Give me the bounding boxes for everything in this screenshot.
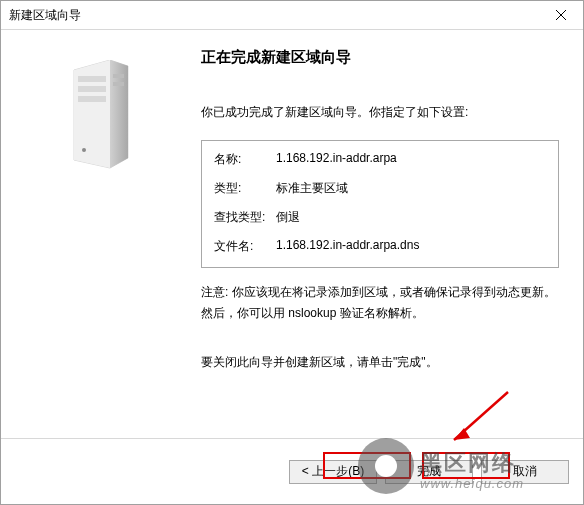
- right-pane: 正在完成新建区域向导 你已成功完成了新建区域向导。你指定了如下设置: 名称: 1…: [201, 30, 583, 438]
- note-text: 注意: 你应该现在将记录添加到区域，或者确保记录得到动态更新。然后，你可以用 n…: [201, 282, 559, 323]
- setting-row: 名称: 1.168.192.in-addr.arpa: [214, 151, 546, 168]
- svg-rect-9: [113, 82, 124, 86]
- wizard-window: 新建区域向导: [0, 0, 584, 505]
- svg-rect-5: [78, 76, 106, 82]
- setting-label: 查找类型:: [214, 209, 276, 226]
- setting-value: 1.168.192.in-addr.arpa: [276, 151, 397, 168]
- svg-rect-8: [113, 74, 124, 78]
- server-tower-icon: [66, 60, 136, 170]
- setting-label: 名称:: [214, 151, 276, 168]
- intro-text: 你已成功完成了新建区域向导。你指定了如下设置:: [201, 103, 559, 122]
- close-button[interactable]: [539, 1, 583, 29]
- left-pane: [1, 30, 201, 438]
- setting-row: 文件名: 1.168.192.in-addr.arpa.dns: [214, 238, 546, 255]
- setting-value: 倒退: [276, 209, 300, 226]
- setting-label: 类型:: [214, 180, 276, 197]
- settings-summary-box: 名称: 1.168.192.in-addr.arpa 类型: 标准主要区域 查找…: [201, 140, 559, 268]
- setting-value: 标准主要区域: [276, 180, 348, 197]
- setting-row: 类型: 标准主要区域: [214, 180, 546, 197]
- setting-row: 查找类型: 倒退: [214, 209, 546, 226]
- close-icon: [556, 10, 566, 20]
- content-area: 正在完成新建区域向导 你已成功完成了新建区域向导。你指定了如下设置: 名称: 1…: [1, 30, 583, 438]
- closing-text: 要关闭此向导并创建新区域，请单击"完成"。: [201, 353, 559, 372]
- setting-value: 1.168.192.in-addr.arpa.dns: [276, 238, 419, 255]
- finish-button[interactable]: 完成: [385, 460, 473, 484]
- back-button[interactable]: < 上一步(B): [289, 460, 377, 484]
- window-title: 新建区域向导: [9, 7, 81, 24]
- button-bar: < 上一步(B) 完成 取消: [1, 438, 583, 504]
- svg-rect-6: [78, 86, 106, 92]
- svg-rect-7: [78, 96, 106, 102]
- page-heading: 正在完成新建区域向导: [201, 48, 559, 67]
- setting-label: 文件名:: [214, 238, 276, 255]
- cancel-button[interactable]: 取消: [481, 460, 569, 484]
- titlebar: 新建区域向导: [1, 1, 583, 29]
- svg-point-10: [82, 148, 86, 152]
